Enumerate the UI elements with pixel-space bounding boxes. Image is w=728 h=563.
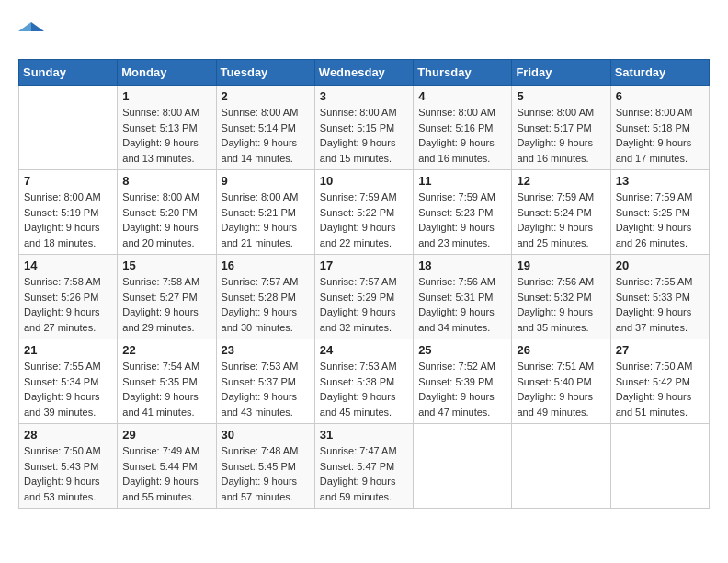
sunrise-text: Sunrise: 7:59 AM — [616, 191, 693, 202]
day-number: 5 — [517, 89, 605, 103]
daylight-text: Daylight: 9 hours and 15 minutes. — [320, 137, 396, 164]
day-info: Sunrise: 7:51 AM Sunset: 5:40 PM Dayligh… — [517, 359, 605, 419]
day-info: Sunrise: 7:59 AM Sunset: 5:25 PM Dayligh… — [616, 190, 704, 250]
day-info: Sunrise: 7:55 AM Sunset: 5:34 PM Dayligh… — [24, 359, 112, 419]
day-number: 8 — [122, 174, 210, 188]
logo-bird-icon — [18, 18, 44, 44]
day-number: 11 — [418, 174, 506, 188]
header — [18, 18, 710, 44]
calendar-cell: 4 Sunrise: 8:00 AM Sunset: 5:16 PM Dayli… — [414, 86, 512, 170]
sunset-text: Sunset: 5:17 PM — [517, 122, 591, 133]
day-info: Sunrise: 7:59 AM Sunset: 5:22 PM Dayligh… — [320, 190, 408, 250]
sunrise-text: Sunrise: 8:00 AM — [320, 107, 397, 118]
calendar-cell: 25 Sunrise: 7:52 AM Sunset: 5:39 PM Dayl… — [414, 339, 512, 424]
sunrise-text: Sunrise: 7:50 AM — [24, 445, 101, 456]
daylight-text: Daylight: 9 hours and 29 minutes. — [122, 306, 199, 333]
sunset-text: Sunset: 5:45 PM — [222, 461, 296, 472]
sunset-text: Sunset: 5:25 PM — [616, 207, 690, 218]
calendar-cell: 18 Sunrise: 7:56 AM Sunset: 5:31 PM Dayl… — [414, 255, 512, 339]
sunrise-text: Sunrise: 7:57 AM — [320, 276, 397, 287]
sunset-text: Sunset: 5:19 PM — [24, 207, 98, 218]
day-number: 29 — [122, 428, 210, 442]
sunrise-text: Sunrise: 7:59 AM — [320, 191, 397, 202]
svg-marker-0 — [31, 22, 44, 31]
day-number: 18 — [418, 259, 506, 272]
calendar-cell — [512, 424, 610, 509]
day-number: 21 — [24, 343, 112, 357]
daylight-text: Daylight: 9 hours and 25 minutes. — [517, 222, 593, 248]
calendar-cell: 26 Sunrise: 7:51 AM Sunset: 5:40 PM Dayl… — [512, 339, 610, 424]
sunset-text: Sunset: 5:18 PM — [616, 122, 690, 133]
day-number: 22 — [122, 343, 210, 357]
calendar-cell: 19 Sunrise: 7:56 AM Sunset: 5:32 PM Dayl… — [512, 255, 610, 339]
sunset-text: Sunset: 5:43 PM — [24, 461, 98, 472]
sunrise-text: Sunrise: 7:59 AM — [517, 191, 594, 202]
calendar-cell: 17 Sunrise: 7:57 AM Sunset: 5:29 PM Dayl… — [314, 255, 413, 339]
calendar-cell — [414, 424, 512, 509]
weekday-header-sunday: Sunday — [19, 60, 118, 86]
weekday-header-friday: Friday — [512, 60, 610, 86]
sunset-text: Sunset: 5:20 PM — [122, 207, 197, 218]
day-number: 25 — [418, 343, 506, 357]
week-row-5: 28 Sunrise: 7:50 AM Sunset: 5:43 PM Dayl… — [19, 424, 710, 509]
daylight-text: Daylight: 9 hours and 23 minutes. — [418, 222, 495, 248]
sunrise-text: Sunrise: 7:57 AM — [222, 276, 299, 287]
calendar-cell: 10 Sunrise: 7:59 AM Sunset: 5:22 PM Dayl… — [314, 170, 413, 255]
daylight-text: Daylight: 9 hours and 26 minutes. — [616, 222, 692, 248]
daylight-text: Daylight: 9 hours and 16 minutes. — [517, 137, 593, 164]
week-row-2: 7 Sunrise: 8:00 AM Sunset: 5:19 PM Dayli… — [19, 170, 710, 255]
calendar-cell: 21 Sunrise: 7:55 AM Sunset: 5:34 PM Dayl… — [19, 339, 118, 424]
daylight-text: Daylight: 9 hours and 30 minutes. — [222, 306, 298, 333]
daylight-text: Daylight: 9 hours and 55 minutes. — [122, 476, 199, 502]
daylight-text: Daylight: 9 hours and 14 minutes. — [222, 137, 298, 164]
sunset-text: Sunset: 5:31 PM — [418, 292, 493, 303]
day-info: Sunrise: 7:53 AM Sunset: 5:38 PM Dayligh… — [320, 359, 408, 419]
sunset-text: Sunset: 5:37 PM — [222, 376, 296, 387]
day-info: Sunrise: 7:48 AM Sunset: 5:45 PM Dayligh… — [222, 443, 310, 504]
day-info: Sunrise: 8:00 AM Sunset: 5:18 PM Dayligh… — [616, 105, 704, 166]
svg-marker-1 — [18, 22, 31, 31]
sunrise-text: Sunrise: 7:58 AM — [24, 276, 101, 287]
calendar-cell: 5 Sunrise: 8:00 AM Sunset: 5:17 PM Dayli… — [512, 86, 610, 170]
daylight-text: Daylight: 9 hours and 17 minutes. — [616, 137, 692, 164]
week-row-1: 1 Sunrise: 8:00 AM Sunset: 5:13 PM Dayli… — [19, 86, 710, 170]
daylight-text: Daylight: 9 hours and 51 minutes. — [616, 391, 692, 418]
weekday-header-wednesday: Wednesday — [314, 60, 413, 86]
day-number: 28 — [24, 428, 112, 442]
day-info: Sunrise: 8:00 AM Sunset: 5:13 PM Dayligh… — [122, 105, 210, 166]
sunrise-text: Sunrise: 7:56 AM — [517, 276, 594, 287]
calendar-cell: 12 Sunrise: 7:59 AM Sunset: 5:24 PM Dayl… — [512, 170, 610, 255]
daylight-text: Daylight: 9 hours and 35 minutes. — [517, 306, 593, 333]
sunset-text: Sunset: 5:40 PM — [517, 376, 591, 387]
sunset-text: Sunset: 5:42 PM — [616, 376, 690, 387]
sunrise-text: Sunrise: 7:51 AM — [517, 361, 594, 372]
day-number: 6 — [616, 89, 704, 103]
sunrise-text: Sunrise: 8:00 AM — [418, 107, 495, 118]
day-info: Sunrise: 8:00 AM Sunset: 5:19 PM Dayligh… — [24, 190, 112, 250]
sunset-text: Sunset: 5:13 PM — [122, 122, 197, 133]
day-number: 19 — [517, 259, 605, 272]
sunrise-text: Sunrise: 7:54 AM — [122, 361, 199, 372]
daylight-text: Daylight: 9 hours and 13 minutes. — [122, 137, 199, 164]
day-number: 24 — [320, 343, 408, 357]
calendar-cell: 24 Sunrise: 7:53 AM Sunset: 5:38 PM Dayl… — [314, 339, 413, 424]
day-info: Sunrise: 7:59 AM Sunset: 5:23 PM Dayligh… — [418, 190, 506, 250]
day-info: Sunrise: 7:50 AM Sunset: 5:43 PM Dayligh… — [24, 443, 112, 504]
calendar-cell: 3 Sunrise: 8:00 AM Sunset: 5:15 PM Dayli… — [314, 86, 413, 170]
day-info: Sunrise: 7:52 AM Sunset: 5:39 PM Dayligh… — [418, 359, 506, 419]
sunrise-text: Sunrise: 7:48 AM — [222, 445, 299, 456]
calendar-cell: 11 Sunrise: 7:59 AM Sunset: 5:23 PM Dayl… — [414, 170, 512, 255]
daylight-text: Daylight: 9 hours and 39 minutes. — [24, 391, 100, 418]
calendar-cell: 7 Sunrise: 8:00 AM Sunset: 5:19 PM Dayli… — [19, 170, 118, 255]
weekday-header-thursday: Thursday — [414, 60, 512, 86]
day-info: Sunrise: 8:00 AM Sunset: 5:21 PM Dayligh… — [222, 190, 310, 250]
sunset-text: Sunset: 5:33 PM — [616, 292, 690, 303]
day-number: 3 — [320, 89, 408, 103]
sunset-text: Sunset: 5:35 PM — [122, 376, 197, 387]
sunrise-text: Sunrise: 7:53 AM — [222, 361, 299, 372]
calendar-cell: 1 Sunrise: 8:00 AM Sunset: 5:13 PM Dayli… — [118, 86, 216, 170]
day-info: Sunrise: 7:59 AM Sunset: 5:24 PM Dayligh… — [517, 190, 605, 250]
day-number: 16 — [222, 259, 310, 272]
daylight-text: Daylight: 9 hours and 16 minutes. — [418, 137, 495, 164]
calendar-cell: 28 Sunrise: 7:50 AM Sunset: 5:43 PM Dayl… — [19, 424, 118, 509]
